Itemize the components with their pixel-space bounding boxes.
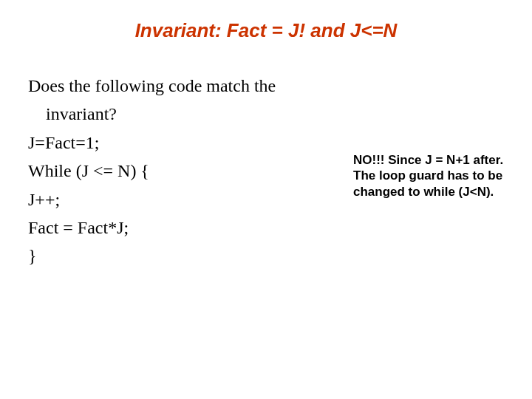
code-line-2: While (J <= N) { [28,159,346,183]
question-text-line2: invariant? [28,102,346,126]
question-text-line1: Does the following code match the [28,74,346,98]
code-line-4: Fact = Fact*J; [28,216,346,239]
annotation-note: NO!!! Since J = N+1 after. The loop guar… [353,152,508,200]
slide-body: Does the following code match the invari… [28,74,346,273]
slide-title: Invariant: Fact = J! and J<=N [0,19,532,42]
code-line-5: } [28,244,346,267]
code-line-3: J++; [28,188,346,211]
code-line-1: J=Fact=1; [28,131,346,154]
slide: Invariant: Fact = J! and J<=N Does the f… [0,0,532,399]
